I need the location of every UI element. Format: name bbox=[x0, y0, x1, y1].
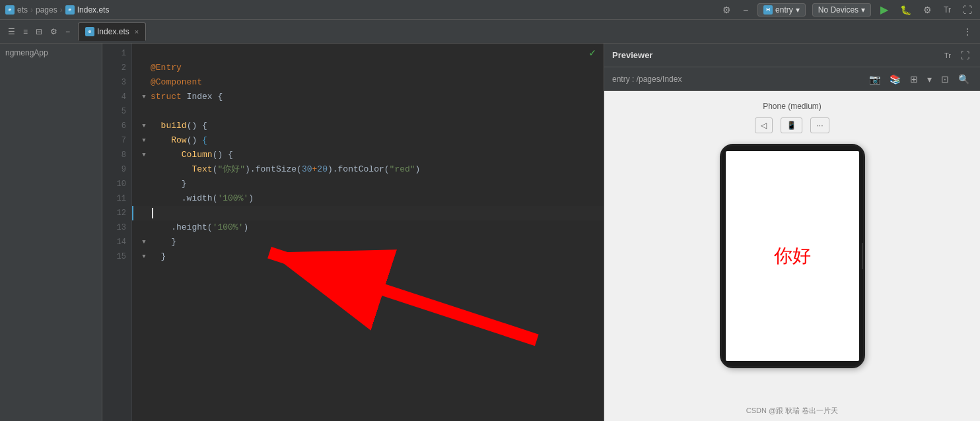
code-line-12 bbox=[132, 206, 604, 220]
toolbar-tools: ☰ ≡ ⊟ ⚙ − bbox=[5, 26, 73, 38]
layers-icon-btn[interactable]: 📚 bbox=[887, 73, 903, 86]
run-config-label: entry bbox=[775, 5, 793, 15]
code-line-15: ▼ } bbox=[132, 249, 604, 264]
previewer-path: entry : /pages/Index bbox=[612, 75, 861, 84]
code-line-14: ▼ } bbox=[132, 235, 604, 249]
previewer-panel: Previewer Tr ⛶ entry : /pages/Index 📷 📚 … bbox=[604, 44, 980, 421]
code-line-3: @Component bbox=[132, 75, 604, 90]
code-line-7: ▼ Row() { bbox=[132, 133, 604, 148]
code-line-2: @Entry bbox=[132, 61, 604, 75]
phone-label: Phone (medium) bbox=[763, 102, 822, 111]
editor-toolbar: ☰ ≡ ⊟ ⚙ − e Index.ets × ⋮ bbox=[0, 20, 980, 44]
line-num-2: 2 bbox=[102, 61, 131, 75]
code-line-4: ▼ struct Index { bbox=[132, 90, 604, 104]
run-config-icon: H bbox=[763, 5, 773, 15]
profile-button[interactable]: ⚙ bbox=[921, 3, 934, 16]
no-devices-chevron: ▾ bbox=[861, 5, 865, 15]
expand-button[interactable]: ⛶ bbox=[960, 3, 975, 16]
line-num-14: 14 bbox=[102, 235, 131, 249]
debug-button[interactable]: 🐛 bbox=[897, 3, 914, 16]
line-num-1: 1 bbox=[102, 46, 131, 61]
breadcrumb-icon: e bbox=[65, 5, 75, 15]
line-num-10: 10 bbox=[102, 177, 131, 191]
gutter-7: ▼ bbox=[137, 133, 151, 148]
editor-tab-index[interactable]: e Index.ets × bbox=[78, 22, 146, 41]
main-layout: ngmengApp 1 2 3 4 5 6 7 8 9 10 11 12 13 … bbox=[0, 44, 980, 421]
tab-file-icon: e bbox=[85, 27, 94, 36]
code-line-9: Text("你好").fontSize(30+20).fontColor("re… bbox=[132, 162, 604, 177]
previewer-title: Previewer bbox=[612, 50, 652, 60]
line-num-12: 12 bbox=[102, 206, 131, 220]
ets-icon: e bbox=[5, 5, 15, 15]
gutter-15: ▼ bbox=[137, 249, 151, 264]
breadcrumb: e ets › pages › e Index.ets bbox=[5, 5, 109, 15]
top-bar: e ets › pages › e Index.ets ⚙ − H entry … bbox=[0, 0, 980, 20]
line-num-6: 6 bbox=[102, 119, 131, 133]
settings2-icon-btn[interactable]: ⚙ bbox=[48, 26, 60, 38]
minus2-icon-btn[interactable]: − bbox=[63, 26, 73, 38]
code-line-5 bbox=[132, 104, 604, 119]
expand-previewer-btn[interactable]: ⛶ bbox=[958, 49, 972, 62]
fold-icon-btn[interactable]: ⊟ bbox=[33, 26, 45, 38]
top-bar-right: ⚙ − H entry ▾ No Devices ▾ ▶ 🐛 ⚙ Tr ⛶ bbox=[720, 2, 975, 17]
line-num-11: 11 bbox=[102, 191, 131, 206]
run-button[interactable]: ▶ bbox=[878, 2, 891, 17]
more-phone-options-btn[interactable]: ··· bbox=[810, 117, 829, 133]
line-num-5: 5 bbox=[102, 104, 131, 119]
gutter-6: ▼ bbox=[137, 119, 151, 133]
tab-close-icon[interactable]: × bbox=[135, 28, 139, 36]
line-num-7: 7 bbox=[102, 133, 131, 148]
font-size-previewer-btn[interactable]: Tr bbox=[942, 49, 954, 62]
sidebar-item-app[interactable]: ngmengApp bbox=[0, 46, 102, 59]
gutter-14: ▼ bbox=[137, 235, 151, 249]
breadcrumb-file: Index.ets bbox=[77, 5, 110, 15]
code-line-10: } bbox=[132, 177, 604, 191]
camera-icon-btn[interactable]: 📷 bbox=[866, 73, 883, 86]
window-icon-btn[interactable]: ⊡ bbox=[938, 73, 952, 86]
structure-icon-btn[interactable]: ☰ bbox=[5, 26, 18, 38]
code-line-6: ▼ build() { bbox=[132, 119, 604, 133]
editor-area: 1 2 3 4 5 6 7 8 9 10 11 12 13 14 15 bbox=[102, 44, 604, 421]
line-num-4: 4 bbox=[102, 90, 131, 104]
minus-icon-btn[interactable]: − bbox=[740, 3, 751, 16]
sidebar-app-label: ngmengApp bbox=[5, 48, 48, 57]
code-lines[interactable]: @Entry @Component ▼ struct Index { bbox=[132, 44, 604, 421]
previewer-content: Phone (medium) ◁ 📱 ··· 你好 bbox=[604, 91, 980, 401]
line-numbers: 1 2 3 4 5 6 7 8 9 10 11 12 13 14 15 bbox=[102, 44, 132, 421]
code-editor[interactable]: 1 2 3 4 5 6 7 8 9 10 11 12 13 14 15 bbox=[102, 44, 604, 421]
check-indicator: ✓ bbox=[589, 46, 596, 59]
code-line-13: .height('100%') bbox=[132, 220, 604, 235]
no-devices-label: No Devices bbox=[818, 5, 858, 15]
phone-screen: 你好 bbox=[726, 151, 859, 361]
toolbar-actions: ⋮ bbox=[960, 25, 975, 38]
grid-chevron-btn[interactable]: ▾ bbox=[925, 73, 934, 86]
previewer-toolbar: entry : /pages/Index 📷 📚 ⊞ ▾ ⊡ 🔍 bbox=[604, 67, 980, 91]
previewer-footer: CSDN @跟 耿瑞 卷出一片天 bbox=[604, 401, 980, 421]
line-num-8: 8 bbox=[102, 148, 131, 162]
settings-icon-btn[interactable]: ⚙ bbox=[720, 3, 734, 16]
rotate-portrait-btn[interactable]: 📱 bbox=[781, 117, 802, 133]
run-config-chevron: ▾ bbox=[796, 5, 800, 15]
line-num-13: 13 bbox=[102, 220, 131, 235]
line-num-9: 9 bbox=[102, 162, 131, 177]
font-size-button[interactable]: Tr bbox=[941, 4, 954, 16]
code-line-11: .width('100%') bbox=[132, 191, 604, 206]
run-config-selector[interactable]: H entry ▾ bbox=[757, 3, 806, 16]
search-icon-btn[interactable]: 🔍 bbox=[956, 73, 972, 86]
previewer-actions: 📷 📚 ⊞ ▾ ⊡ 🔍 bbox=[866, 73, 972, 86]
line-num-15: 15 bbox=[102, 249, 131, 264]
gutter-4: ▼ bbox=[137, 90, 151, 104]
no-devices-selector[interactable]: No Devices ▾ bbox=[812, 3, 871, 16]
phone-mock: 你好 bbox=[720, 144, 865, 368]
format-icon-btn[interactable]: ≡ bbox=[20, 26, 30, 38]
gutter-8: ▼ bbox=[137, 148, 151, 162]
breadcrumb-ets: ets bbox=[17, 5, 28, 15]
phone-display-text: 你好 bbox=[774, 243, 811, 269]
code-line-1 bbox=[132, 46, 604, 61]
sidebar: ngmengApp bbox=[0, 44, 102, 421]
rotate-left-btn[interactable]: ◁ bbox=[755, 117, 773, 133]
more-options-icon-btn[interactable]: ⋮ bbox=[960, 25, 975, 38]
phone-controls: ◁ 📱 ··· bbox=[755, 117, 829, 133]
line-num-3: 3 bbox=[102, 75, 131, 90]
grid-icon-btn[interactable]: ⊞ bbox=[907, 73, 921, 86]
